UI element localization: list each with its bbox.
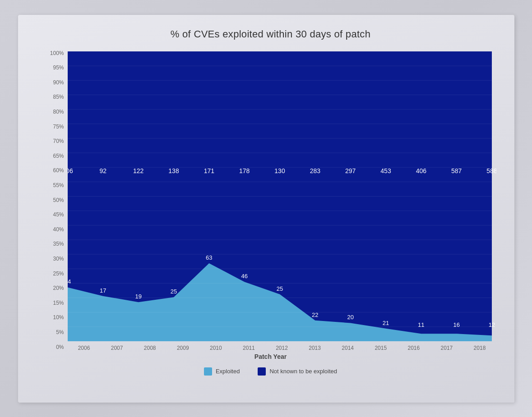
bottom-section: Patch Year Exploited Not known to be exp… — [45, 351, 496, 376]
not-exploited-swatch — [258, 367, 266, 376]
chart-container: % of CVEs exploited within 30 days of pa… — [18, 15, 514, 403]
y-axis-label: 65% — [45, 153, 68, 159]
x-axis-label: 2015 — [364, 345, 397, 351]
total-label: 588 — [486, 167, 496, 174]
total-label: 106 — [68, 167, 73, 174]
exploited-label: 20 — [347, 314, 353, 321]
y-axis-label: 25% — [45, 270, 68, 277]
y-axis-label: 5% — [45, 329, 68, 335]
exploited-label: 12 — [488, 321, 495, 328]
chart-title: % of CVEs exploited within 30 days of pa… — [45, 28, 496, 40]
total-label: 178 — [239, 167, 250, 174]
y-axis-label: 50% — [45, 197, 68, 203]
y-axis-label: 95% — [45, 64, 68, 71]
total-label: 283 — [310, 167, 320, 174]
total-label: 171 — [204, 167, 214, 174]
exploited-label: 25 — [170, 288, 176, 295]
exploited-label: 24 — [68, 278, 71, 285]
y-axis-label: 55% — [45, 182, 68, 188]
y-axis: 0%5%10%15%20%25%30%35%40%45%50%55%60%65%… — [45, 49, 68, 351]
exploited-label: 46 — [241, 273, 247, 280]
plot-area: 1062492171221913825171631784613025283222… — [68, 49, 496, 351]
legend-item-exploited: Exploited — [204, 367, 240, 376]
exploited-label: 22 — [312, 311, 318, 318]
exploited-label: 16 — [453, 321, 459, 328]
exploited-label: 19 — [135, 293, 141, 300]
x-axis-label: 2008 — [134, 345, 167, 351]
y-axis-label: 75% — [45, 124, 68, 130]
y-axis-label: 15% — [45, 300, 68, 306]
x-axis-label: 2017 — [430, 345, 463, 351]
x-axis-label: 2018 — [463, 345, 496, 351]
y-axis-label: 35% — [45, 241, 68, 247]
exploited-label: 17 — [100, 287, 106, 293]
x-axis-title: Patch Year — [254, 353, 287, 360]
exploited-label: 63 — [206, 254, 212, 261]
y-axis-label: 90% — [45, 79, 68, 86]
x-axis-label: 2009 — [167, 345, 199, 351]
total-label: 130 — [274, 167, 285, 174]
chart-svg: 1062492171221913825171631784613025283222… — [68, 49, 496, 342]
y-axis-label: 20% — [45, 285, 68, 291]
y-axis-label: 10% — [45, 314, 68, 321]
total-label: 453 — [380, 167, 391, 174]
x-axis-label: 2007 — [101, 345, 134, 351]
total-label: 297 — [345, 167, 356, 174]
x-axis-label: 2010 — [199, 345, 232, 351]
legend: Exploited Not known to be exploited — [204, 367, 337, 376]
total-label: 138 — [168, 167, 179, 174]
x-axis-label: 2014 — [331, 345, 364, 351]
exploited-label: 25 — [276, 285, 282, 292]
total-label: 587 — [451, 167, 462, 174]
total-label: 122 — [133, 167, 143, 174]
exploited-label: Exploited — [216, 368, 240, 375]
exploited-swatch — [204, 367, 212, 376]
x-axis-labels: 2006200720082009201020112012201320142015… — [68, 342, 496, 351]
y-axis-label: 60% — [45, 167, 68, 174]
x-axis-label: 2011 — [232, 345, 265, 351]
total-label: 406 — [416, 167, 426, 174]
x-axis-label: 2006 — [68, 345, 101, 351]
y-axis-label: 100% — [45, 50, 68, 56]
x-axis-label: 2013 — [298, 345, 331, 351]
x-axis-label: 2016 — [397, 345, 430, 351]
y-axis-label: 30% — [45, 256, 68, 262]
y-axis-label: 0% — [45, 344, 68, 350]
y-axis-label: 40% — [45, 226, 68, 233]
y-axis-label: 70% — [45, 138, 68, 144]
total-label: 92 — [99, 167, 106, 174]
exploited-label: 11 — [418, 321, 424, 328]
x-axis-label: 2012 — [265, 345, 298, 351]
exploited-label: 21 — [382, 319, 389, 326]
not-exploited-label: Not known to be exploited — [269, 368, 337, 375]
chart-area: 0%5%10%15%20%25%30%35%40%45%50%55%60%65%… — [45, 49, 496, 351]
legend-item-not-exploited: Not known to be exploited — [258, 367, 337, 376]
y-axis-label: 85% — [45, 94, 68, 100]
y-axis-label: 45% — [45, 211, 68, 218]
y-axis-label: 80% — [45, 109, 68, 115]
